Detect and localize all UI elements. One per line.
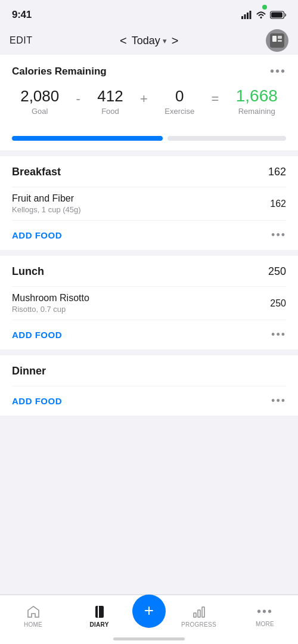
svg-rect-13 <box>194 613 196 617</box>
lunch-food-item-calories: 250 <box>270 298 286 309</box>
notification-dot <box>262 5 267 10</box>
lunch-food-item-info: Mushroom Risotto Risotto, 0.7 cup <box>12 293 89 314</box>
tab-progress-label: PROGRESS <box>181 621 216 628</box>
status-time: 9:41 <box>12 9 32 21</box>
status-bar: 9:41 <box>0 0 298 26</box>
tab-progress[interactable]: PROGRESS <box>166 605 232 628</box>
tab-bar: HOME DIARY + PROGRESS ••• MORE <box>0 595 298 644</box>
avatar-icon <box>269 32 285 49</box>
prev-day-button[interactable]: < <box>120 34 127 48</box>
svg-point-4 <box>260 17 262 18</box>
signal-icon <box>241 11 252 19</box>
lunch-add-food-row: ADD FOOD ••• <box>12 320 286 349</box>
dinner-header: Dinner <box>12 365 286 377</box>
svg-rect-0 <box>241 16 243 19</box>
tab-diary[interactable]: DIARY <box>66 605 132 628</box>
food-item-info: Fruit and Fiber Kellogs, 1 cup (45g) <box>12 193 81 214</box>
content-area: Calories Remaining ••• 2,080 Goal - 412 … <box>0 55 298 475</box>
food-label: Food <box>101 107 119 116</box>
remaining-item: 1,668 Remaining <box>236 86 278 116</box>
food-value: 412 <box>97 87 123 106</box>
nav-bar: EDIT < Today ▾ > <box>0 26 298 55</box>
svg-rect-14 <box>198 610 200 617</box>
nav-center: < Today ▾ > <box>120 34 178 48</box>
calories-card: Calories Remaining ••• 2,080 Goal - 412 … <box>0 55 298 130</box>
progress-icon <box>192 605 206 619</box>
calories-header: Calories Remaining ••• <box>12 64 286 78</box>
section-divider-1 <box>0 150 298 156</box>
calories-remaining-bar <box>167 136 286 141</box>
svg-rect-12 <box>98 606 99 618</box>
lunch-header: Lunch 250 <box>12 265 286 278</box>
breakfast-calories: 162 <box>268 166 286 178</box>
goal-item: 2,080 Goal <box>20 87 59 116</box>
add-plus-icon: + <box>144 602 154 619</box>
dropdown-chevron-icon: ▾ <box>163 36 167 45</box>
progress-area <box>0 130 298 150</box>
lunch-section: Lunch 250 Mushroom Risotto Risotto, 0.7 … <box>0 256 298 349</box>
svg-rect-9 <box>278 36 282 39</box>
breakfast-food-item[interactable]: Fruit and Fiber Kellogs, 1 cup (45g) 162 <box>12 187 286 220</box>
dinner-section: Dinner ADD FOOD ••• <box>0 355 298 416</box>
tab-add: + <box>132 604 166 628</box>
more-dots-icon: ••• <box>257 605 273 618</box>
breakfast-add-food-button[interactable]: ADD FOOD <box>12 230 62 240</box>
tab-home[interactable]: HOME <box>0 605 66 628</box>
breakfast-section: Breakfast 162 Fruit and Fiber Kellogs, 1… <box>0 156 298 250</box>
remaining-value: 1,668 <box>236 86 278 106</box>
goal-value: 2,080 <box>20 87 59 106</box>
lunch-food-item[interactable]: Mushroom Risotto Risotto, 0.7 cup 250 <box>12 286 286 320</box>
lunch-food-item-name: Mushroom Risotto <box>12 293 89 304</box>
food-item: 412 Food <box>97 87 123 116</box>
calories-title: Calories Remaining <box>12 66 107 78</box>
tab-home-label: HOME <box>24 621 42 628</box>
breakfast-header: Breakfast 162 <box>12 166 286 178</box>
operator-plus: + <box>140 91 148 107</box>
goal-label: Goal <box>32 107 48 116</box>
battery-icon <box>270 11 286 19</box>
diary-icon <box>92 605 107 619</box>
status-icons <box>241 11 286 19</box>
food-item-calories: 162 <box>270 199 286 209</box>
operator-minus: - <box>76 91 80 107</box>
svg-rect-8 <box>272 36 277 42</box>
breakfast-add-food-row: ADD FOOD ••• <box>12 220 286 250</box>
lunch-add-food-button[interactable]: ADD FOOD <box>12 330 62 340</box>
exercise-label: Exercise <box>164 107 194 116</box>
operator-equals: = <box>211 91 219 107</box>
date-selector[interactable]: Today ▾ <box>132 35 167 47</box>
dinner-menu-button[interactable]: ••• <box>271 395 286 407</box>
tab-more-label: MORE <box>256 621 274 627</box>
food-item-name: Fruit and Fiber <box>12 193 81 204</box>
svg-rect-7 <box>270 33 284 48</box>
svg-rect-3 <box>250 11 252 19</box>
dinner-title: Dinner <box>12 365 46 377</box>
food-item-detail: Kellogs, 1 cup (45g) <box>12 205 81 214</box>
tab-more[interactable]: ••• MORE <box>232 605 298 627</box>
exercise-value: 0 <box>175 87 184 106</box>
section-divider-2 <box>0 250 298 256</box>
add-button[interactable]: + <box>132 595 166 628</box>
next-day-button[interactable]: > <box>172 34 179 48</box>
home-indicator <box>113 637 185 640</box>
calories-menu-button[interactable]: ••• <box>270 64 286 78</box>
lunch-menu-button[interactable]: ••• <box>271 329 286 341</box>
lunch-food-item-detail: Risotto, 0.7 cup <box>12 305 89 314</box>
dinner-add-food-button[interactable]: ADD FOOD <box>12 396 62 406</box>
home-icon <box>26 605 41 619</box>
section-divider-3 <box>0 349 298 355</box>
breakfast-title: Breakfast <box>12 166 61 178</box>
exercise-item: 0 Exercise <box>164 87 194 116</box>
calories-row: 2,080 Goal - 412 Food + 0 Exercise = 1,6… <box>12 86 286 116</box>
breakfast-menu-button[interactable]: ••• <box>271 229 286 242</box>
svg-rect-1 <box>244 14 246 19</box>
section-divider-4 <box>0 416 298 422</box>
calories-consumed-bar <box>12 136 163 141</box>
tab-diary-label: DIARY <box>89 621 108 628</box>
remaining-label: Remaining <box>238 107 275 116</box>
edit-button[interactable]: EDIT <box>10 35 32 46</box>
dinner-add-food-row: ADD FOOD ••• <box>12 386 286 416</box>
avatar[interactable] <box>266 29 288 52</box>
wifi-icon <box>256 11 266 19</box>
lunch-title: Lunch <box>12 265 44 278</box>
